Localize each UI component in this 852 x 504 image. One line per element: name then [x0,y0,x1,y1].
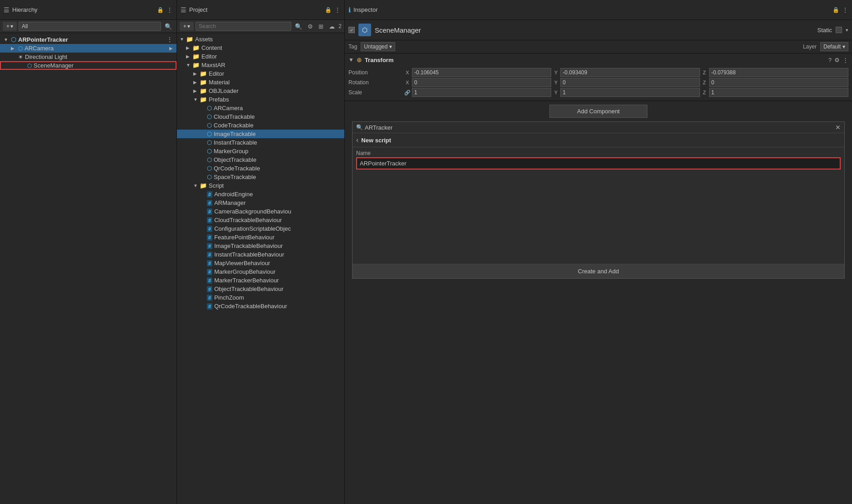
transform-more-btn[interactable]: ⋮ [842,57,848,63]
instant-beh-label: InstantTrackableBehaviour [214,251,284,258]
project-item-assets[interactable]: ▼ 📁 Assets [177,35,344,44]
popup-create-button[interactable]: Create and Add [353,264,844,278]
project-item-pinch-zoom[interactable]: # PinchZoom [177,293,344,302]
scenemanager-label: SceneManager [34,62,73,69]
project-item-image-beh[interactable]: # ImageTrackableBehaviour [177,242,344,250]
hierarchy-item-arpointertracker[interactable]: ▼ ⬡ ARPointerTracker ⋮ [0,35,176,44]
expand-arrow-arcamera: ▶ [11,46,16,51]
project-item-object-trackable[interactable]: ⬡ ObjectTrackable [177,155,344,164]
objloader-label: OBJLoader [209,87,239,94]
folder-icon-assets: 📁 [186,36,193,43]
project-hamburger-icon[interactable]: ☰ [181,6,186,14]
qr-code-beh-label: QrCodeTrackableBehaviour [214,303,287,310]
static-dropdown-icon[interactable]: ▾ [846,27,848,33]
project-item-camera-bg[interactable]: # CameraBackgroundBehaviou [177,207,344,216]
scale-z-input[interactable] [709,88,848,97]
project-item-image-trackable[interactable]: ⬡ ImageTrackable [177,130,344,138]
hierarchy-add-button[interactable]: + ▾ [3,22,17,31]
project-item-object-trackable-beh[interactable]: # ObjectTrackableBehaviour [177,285,344,293]
scale-x-input[interactable] [412,88,551,97]
go-name: SceneManager [375,26,813,34]
rot-x-input[interactable] [412,78,551,87]
arpointertracker-dots[interactable]: ⋮ [166,36,173,43]
popup-search-input[interactable] [365,124,833,131]
project-item-marker-group-beh[interactable]: # MarkerGroupBehaviour [177,267,344,276]
project-item-qr-trackable[interactable]: ⬡ QrCodeTrackable [177,164,344,173]
project-item-objloader[interactable]: ▶ 📁 OBJLoader [177,87,344,95]
scale-link-icon: 🔗 [403,90,412,96]
pos-y-input[interactable] [560,68,700,77]
add-icon: + [6,23,10,29]
hierarchy-content: ▼ ⬡ ARPointerTracker ⋮ ▶ ⬡ ARCamera ▶ ☀ … [0,33,176,504]
project-item-prefabs[interactable]: ▼ 📁 Prefabs [177,95,344,104]
cs-icon-featurepoint: # [207,234,212,241]
scale-y-input[interactable] [560,88,700,97]
rot-y-input[interactable] [560,78,700,87]
light-icon: ☀ [18,54,23,60]
project-item-marker-group[interactable]: ⬡ MarkerGroup [177,147,344,155]
project-item-config-scriptable[interactable]: # ConfigurationScriptableObjec [177,224,344,233]
popup-back-button[interactable]: ‹ [356,136,358,144]
popup-empty-area [353,173,844,264]
project-item-cloud-trackable[interactable]: ⬡ CloudTrackable [177,112,344,121]
popup-close-button[interactable]: ✕ [835,124,841,131]
hamburger-icon[interactable]: ☰ [4,6,10,14]
editor-label: Editor [201,53,217,60]
project-item-code-trackable[interactable]: ⬡ CodeTrackable [177,121,344,130]
tag-dropdown[interactable]: Untagged ▾ [361,42,395,51]
project-search-button[interactable]: 🔍 [293,22,304,31]
hierarchy-item-scenemanager[interactable]: ⬡ SceneManager [0,61,176,70]
inspector-dots-icon[interactable]: ⋮ [842,6,848,14]
go-active-checkbox[interactable] [348,27,355,33]
project-item-editor2[interactable]: ▶ 📁 Editor [177,69,344,78]
project-item-instant-trackable[interactable]: ⬡ InstantTrackable [177,138,344,147]
project-item-cloud-beh[interactable]: # CloudTrackableBehaviour [177,216,344,224]
cs-icon-objecttrackablebeh: # [207,286,212,292]
transform-help-btn[interactable]: ? [828,57,832,63]
project-item-instant-beh[interactable]: # InstantTrackableBehaviour [177,250,344,259]
project-item-ar-manager[interactable]: # ARManager [177,199,344,207]
rot-y-axis: Y [551,80,560,85]
cube-icon-arpointertracker: ⬡ [11,36,16,43]
project-item-feature-point[interactable]: # FeaturePointBehaviour [177,233,344,242]
transform-settings-btn[interactable]: ⚙ [834,57,840,63]
prefab-icon-instant: ⬡ [207,139,212,146]
project-item-qr-code-beh[interactable]: # QrCodeTrackableBehaviour [177,302,344,310]
hierarchy-search-input[interactable] [19,22,161,31]
project-item-content[interactable]: ▶ 📁 Content [177,44,344,52]
project-filter3-button[interactable]: ☁ [327,22,337,31]
hierarchy-item-arcamera[interactable]: ▶ ⬡ ARCamera ▶ [0,44,176,53]
popup-name-input[interactable] [356,157,841,170]
pos-y-axis: Y [551,70,560,75]
project-item-arcamera-prefab[interactable]: ⬡ ARCamera [177,104,344,112]
project-lock-icon: 🔒 [325,7,332,13]
cs-icon-camerabg: # [207,208,212,215]
project-item-maxstar[interactable]: ▼ 📁 MaxstAR [177,61,344,69]
project-filter1-button[interactable]: ⚙ [306,22,315,31]
project-item-marker-tracker-beh[interactable]: # MarkerTrackerBehaviour [177,276,344,285]
hierarchy-search-button[interactable]: 🔍 [163,22,174,31]
project-add-button[interactable]: + ▾ [180,22,194,31]
arrow-right-objloader: ▶ [193,88,198,93]
pos-x-input[interactable] [412,68,551,77]
cube-icon-scenemanager: ⬡ [27,63,32,69]
cs-icon-instantbeh: # [207,252,212,258]
hierarchy-dots-icon[interactable]: ⋮ [166,6,173,14]
project-item-android-engine[interactable]: # AndroidEngine [177,190,344,199]
transform-header[interactable]: ▼ ⊕ Transform ? ⚙ ⋮ [345,53,852,66]
project-item-space-trackable[interactable]: ⬡ SpaceTrackable [177,173,344,181]
project-search-input[interactable] [196,22,291,31]
hierarchy-item-directional-light[interactable]: ☀ Directional Light [0,53,176,61]
project-filter2-button[interactable]: ⊞ [317,22,325,31]
pos-z-input[interactable] [709,68,848,77]
add-component-button[interactable]: Add Component [549,105,647,118]
layer-dropdown[interactable]: Default ▾ [820,42,848,51]
popup-create-label: Create and Add [578,268,619,275]
project-item-map-viewer[interactable]: # MapViewerBehaviour [177,259,344,267]
project-dots-icon[interactable]: ⋮ [334,6,341,14]
project-item-material[interactable]: ▶ 📁 Material [177,78,344,87]
rot-z-input[interactable] [709,78,848,87]
static-checkbox[interactable] [836,27,842,33]
project-item-script[interactable]: ▼ 📁 Script [177,181,344,190]
project-item-editor[interactable]: ▶ 📁 Editor [177,52,344,61]
